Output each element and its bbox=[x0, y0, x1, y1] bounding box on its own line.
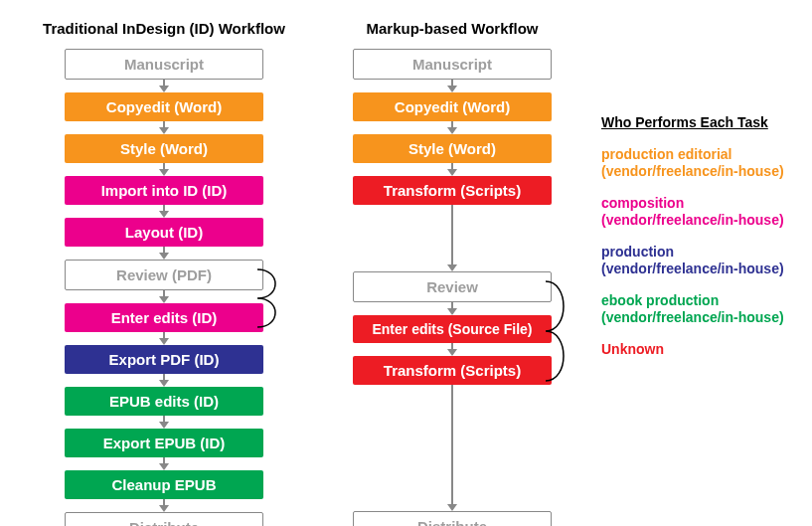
step-review: Review bbox=[353, 271, 552, 302]
arrow-icon bbox=[446, 343, 458, 356]
step-review: Review (PDF) bbox=[65, 260, 263, 290]
legend-sub: (vendor/freelance/in-house) bbox=[601, 212, 784, 228]
step-layout: Layout (ID) bbox=[65, 218, 263, 247]
arrow-icon bbox=[446, 302, 458, 315]
arrow-icon bbox=[158, 205, 170, 218]
step-enter-edits: Enter edits (ID) bbox=[65, 303, 263, 332]
step-distribute: Distribute bbox=[353, 511, 552, 526]
legend-sub: (vendor/freelance/in-house) bbox=[601, 163, 784, 179]
step-manuscript: Manuscript bbox=[65, 49, 263, 80]
arrow-icon bbox=[158, 247, 170, 260]
legend-item-production: production (vendor/freelance/in-house) bbox=[601, 244, 784, 278]
arrow-icon bbox=[446, 80, 458, 92]
legend-item-composition: composition (vendor/freelance/in-house) bbox=[601, 195, 784, 230]
step-transform: Transform (Scripts) bbox=[353, 176, 552, 205]
step-copyedit: Copyedit (Word) bbox=[65, 92, 263, 121]
arrow-icon bbox=[158, 374, 170, 387]
step-distribute: Distribute bbox=[65, 512, 263, 526]
legend: Who Performs Each Task production editor… bbox=[601, 114, 784, 372]
arrow-icon bbox=[158, 332, 170, 345]
column-title: Traditional InDesign (ID) Workflow bbox=[43, 20, 285, 37]
workflow-column-traditional: Traditional InDesign (ID) Workflow Manus… bbox=[35, 20, 293, 526]
loop-group: Review Enter edits (Source File) Transfo… bbox=[353, 271, 552, 385]
legend-sub: (vendor/freelance/in-house) bbox=[601, 261, 784, 276]
arrow-icon bbox=[158, 457, 170, 470]
step-export-epub: Export EPUB (ID) bbox=[65, 429, 263, 457]
step-epub-edits: EPUB edits (ID) bbox=[65, 387, 263, 416]
arrow-icon bbox=[446, 205, 458, 271]
legend-item-unknown: Unknown bbox=[601, 341, 784, 359]
arrow-icon bbox=[446, 163, 458, 176]
legend-label: ebook production bbox=[601, 292, 719, 308]
legend-label: Unknown bbox=[601, 341, 664, 357]
step-export-pdf: Export PDF (ID) bbox=[65, 345, 263, 374]
arrow-icon bbox=[446, 385, 458, 511]
column-title: Markup-based Workflow bbox=[366, 20, 538, 37]
step-transform-2: Transform (Scripts) bbox=[353, 356, 552, 385]
step-copyedit: Copyedit (Word) bbox=[353, 92, 552, 121]
step-manuscript: Manuscript bbox=[353, 49, 552, 80]
step-import-id: Import into ID (ID) bbox=[65, 176, 263, 205]
arrow-icon bbox=[158, 80, 170, 92]
arrow-icon bbox=[158, 499, 170, 512]
legend-title: Who Performs Each Task bbox=[601, 114, 784, 132]
step-style: Style (Word) bbox=[65, 134, 263, 163]
step-enter-edits-source: Enter edits (Source File) bbox=[353, 315, 552, 343]
legend-label: composition bbox=[601, 195, 684, 211]
legend-item-ebook: ebook production (vendor/freelance/in-ho… bbox=[601, 292, 784, 327]
workflow-column-markup: Markup-based Workflow Manuscript Copyedi… bbox=[323, 20, 581, 526]
legend-label: production bbox=[601, 244, 674, 260]
arrow-icon bbox=[158, 121, 170, 134]
step-cleanup-epub: Cleanup EPUB bbox=[65, 470, 263, 499]
step-style: Style (Word) bbox=[353, 134, 552, 163]
loop-group: Review (PDF) Enter edits (ID) bbox=[65, 260, 263, 332]
legend-item-editorial: production editorial (vendor/freelance/i… bbox=[601, 146, 784, 181]
arrow-icon bbox=[446, 121, 458, 134]
legend-sub: (vendor/freelance/in-house) bbox=[601, 309, 784, 325]
legend-label: production editorial bbox=[601, 146, 731, 162]
arrow-icon bbox=[158, 290, 170, 303]
arrow-icon bbox=[158, 163, 170, 176]
arrow-icon bbox=[158, 416, 170, 429]
